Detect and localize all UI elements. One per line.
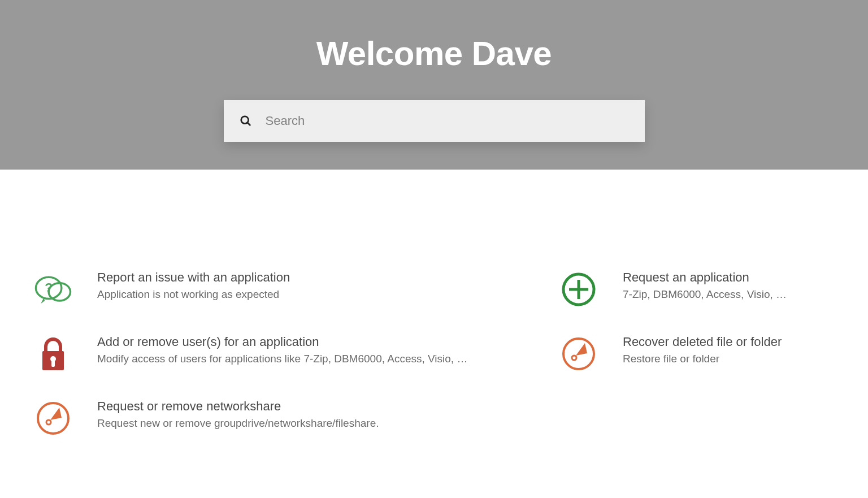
svg-point-12	[572, 356, 576, 360]
svg-line-1	[247, 123, 250, 125]
svg-text:?: ?	[45, 280, 53, 295]
catalog-item-desc: Application is not working as expected	[97, 288, 290, 301]
catalog-item-title: Add or remove user(s) for an application	[97, 335, 467, 349]
search-bar[interactable]	[224, 100, 645, 142]
catalog-item-desc: Modify access of users for applications …	[97, 353, 467, 365]
search-icon	[240, 115, 252, 127]
lock-icon	[34, 335, 72, 373]
search-input[interactable]	[266, 114, 629, 128]
hero-banner: Welcome Dave	[0, 0, 868, 170]
catalog-item-desc: 7-Zip, DBM6000, Access, Visio, …	[623, 288, 787, 301]
catalog-item-report-issue[interactable]: ? Report an issue with an application Ap…	[34, 270, 559, 309]
catalog-item-networkshare[interactable]: Request or remove networkshare Request n…	[34, 399, 559, 438]
catalog-item-title: Recover deleted file or folder	[623, 335, 782, 349]
welcome-title: Welcome Dave	[316, 34, 552, 73]
gauge-icon	[559, 335, 598, 373]
catalog-item-recover-file[interactable]: Recover deleted file or folder Restore f…	[559, 335, 834, 373]
catalog-item-desc: Request new or remove groupdrive/network…	[97, 417, 379, 430]
svg-point-14	[46, 420, 51, 425]
catalog-item-title: Request or remove networkshare	[97, 399, 379, 414]
catalog-item-desc: Restore file or folder	[623, 353, 782, 365]
catalog-item-title: Request an application	[623, 270, 787, 285]
svg-rect-10	[51, 360, 55, 367]
plus-circle-icon	[559, 270, 598, 309]
gauge-icon	[34, 399, 72, 438]
catalog-item-title: Report an issue with an application	[97, 270, 290, 285]
catalog-grid: ? Report an issue with an application Ap…	[0, 170, 868, 438]
catalog-item-add-remove-user[interactable]: Add or remove user(s) for an application…	[34, 335, 559, 373]
catalog-item-request-app[interactable]: Request an application 7-Zip, DBM6000, A…	[559, 270, 834, 309]
question-chat-icon: ?	[34, 270, 72, 309]
